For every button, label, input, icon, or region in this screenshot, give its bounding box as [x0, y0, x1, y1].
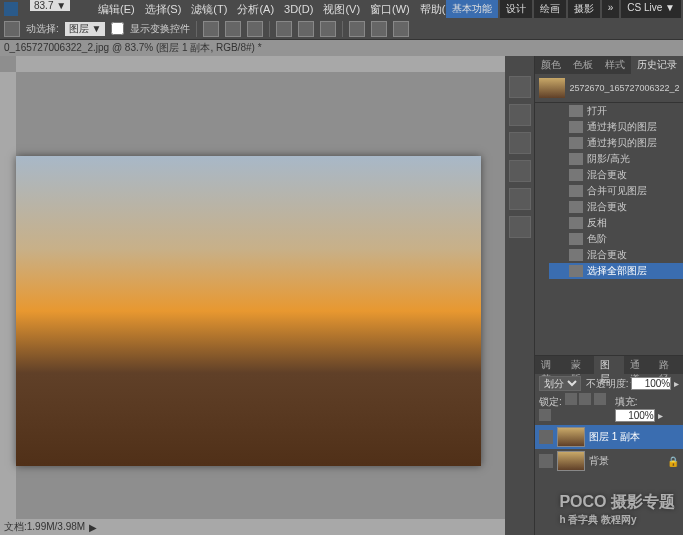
- tab-masks[interactable]: 蒙版: [565, 356, 595, 374]
- auto-select-label: 动选择:: [26, 22, 59, 36]
- align-icon[interactable]: [276, 21, 292, 37]
- menu-select[interactable]: 选择(S): [145, 2, 182, 17]
- state-icon: [569, 169, 583, 181]
- align-icon[interactable]: [298, 21, 314, 37]
- menu-3d[interactable]: 3D(D): [284, 3, 313, 15]
- ruler-horizontal: [16, 56, 505, 72]
- state-icon: [569, 105, 583, 117]
- fill-input[interactable]: [615, 409, 655, 422]
- state-icon: [569, 137, 583, 149]
- panel-icon[interactable]: [509, 188, 531, 210]
- workspace-more[interactable]: »: [602, 0, 620, 18]
- status-bar: 文档:1.99M/3.98M ▶: [0, 519, 505, 535]
- lock-pixels-icon[interactable]: [579, 393, 591, 405]
- layer-name: 图层 1 副本: [589, 430, 640, 444]
- options-bar: 动选择: 图层 ▼ 显示变换控件: [0, 18, 683, 40]
- opacity-label: 不透明度:: [586, 378, 629, 389]
- document-tab[interactable]: 0_165727006322_2.jpg @ 83.7% (图层 1 副本, R…: [4, 41, 262, 55]
- state-icon: [569, 201, 583, 213]
- history-state[interactable]: 混合更改: [535, 199, 683, 215]
- distribute-icon[interactable]: [349, 21, 365, 37]
- document-tab-bar: 0_165727006322_2.jpg @ 83.7% (图层 1 副本, R…: [0, 40, 683, 56]
- panel-icon[interactable]: [509, 132, 531, 154]
- history-state[interactable]: 打开: [535, 103, 683, 119]
- menu-view[interactable]: 视图(V): [323, 2, 360, 17]
- state-icon: [569, 233, 583, 245]
- workspace-design[interactable]: 设计: [500, 0, 532, 18]
- opacity-input[interactable]: [631, 377, 671, 390]
- tab-swatch[interactable]: 色板: [567, 56, 599, 74]
- cs-live[interactable]: CS Live ▼: [621, 0, 681, 18]
- panel-icon[interactable]: [509, 76, 531, 98]
- history-state[interactable]: 混合更改: [535, 167, 683, 183]
- workspace-painting[interactable]: 绘画: [534, 0, 566, 18]
- distribute-icon[interactable]: [393, 21, 409, 37]
- menu-edit[interactable]: 编辑(E): [98, 2, 135, 17]
- tab-color[interactable]: 颜色: [535, 56, 567, 74]
- layer-item[interactable]: 图层 1 副本: [535, 425, 683, 449]
- state-icon: [569, 185, 583, 197]
- lock-transparent-icon[interactable]: [565, 393, 577, 405]
- align-icon[interactable]: [203, 21, 219, 37]
- tab-style[interactable]: 样式: [599, 56, 631, 74]
- tab-paths[interactable]: 路径: [653, 356, 683, 374]
- history-state[interactable]: 阴影/高光: [535, 151, 683, 167]
- layer-thumb[interactable]: [557, 451, 585, 471]
- state-icon: [569, 217, 583, 229]
- history-panel: 2572670_165727006322_2.jpg 打开 通过拷贝的图层 通过…: [535, 74, 683, 355]
- ruler-vertical: [0, 72, 16, 535]
- layer-thumb[interactable]: [557, 427, 585, 447]
- lock-label: 锁定:: [539, 396, 562, 407]
- workspace-essentials[interactable]: 基本功能: [446, 0, 498, 18]
- history-panel-tabs: 颜色 色板 样式 历史记录: [535, 56, 683, 74]
- show-transform-checkbox[interactable]: [111, 22, 124, 35]
- watermark: POCO 摄影专题 h 香字典 教程网y: [559, 492, 675, 527]
- tab-layers[interactable]: 图层: [594, 356, 624, 374]
- state-icon: [569, 249, 583, 261]
- history-state[interactable]: 混合更改: [535, 247, 683, 263]
- history-list: 打开 通过拷贝的图层 通过拷贝的图层 阴影/高光 混合更改 合并可见图层 混合更…: [535, 103, 683, 279]
- state-icon: [569, 265, 583, 277]
- tab-channels[interactable]: 通道: [624, 356, 654, 374]
- state-icon: [569, 121, 583, 133]
- history-state[interactable]: 反相: [535, 215, 683, 231]
- menu-analysis[interactable]: 分析(A): [237, 2, 274, 17]
- distribute-icon[interactable]: [371, 21, 387, 37]
- status-doc-size: 文档:1.99M/3.98M: [4, 520, 85, 534]
- history-state[interactable]: 选择全部图层: [535, 263, 683, 279]
- menu-window[interactable]: 窗口(W): [370, 2, 410, 17]
- align-icon[interactable]: [320, 21, 336, 37]
- panel-icon[interactable]: [509, 104, 531, 126]
- layer-name: 背景: [589, 454, 609, 468]
- align-icon[interactable]: [247, 21, 263, 37]
- history-state[interactable]: 色阶: [535, 231, 683, 247]
- blend-mode-select[interactable]: 划分: [539, 376, 581, 391]
- align-icon[interactable]: [225, 21, 241, 37]
- state-icon: [569, 153, 583, 165]
- canvas-area: 文档:1.99M/3.98M ▶: [0, 56, 505, 535]
- history-state[interactable]: 通过拷贝的图层: [535, 135, 683, 151]
- tab-history[interactable]: 历史记录: [631, 56, 683, 74]
- layer-item[interactable]: 背景 🔒: [535, 449, 683, 473]
- show-transform-label: 显示变换控件: [130, 22, 190, 36]
- history-filename: 2572670_165727006322_2.jpg: [569, 83, 679, 93]
- menu-filter[interactable]: 滤镜(T): [191, 2, 227, 17]
- workspace-photo[interactable]: 摄影: [568, 0, 600, 18]
- tab-adjustments[interactable]: 调整: [535, 356, 565, 374]
- visibility-icon[interactable]: [539, 454, 553, 468]
- app-icon: [4, 2, 18, 16]
- history-snapshot-thumb[interactable]: [539, 78, 565, 98]
- visibility-icon[interactable]: [539, 430, 553, 444]
- canvas-image[interactable]: [16, 156, 481, 466]
- auto-select-dropdown[interactable]: 图层 ▼: [65, 22, 106, 36]
- history-state[interactable]: 合并可见图层: [535, 183, 683, 199]
- menu-bar: 83.7 ▼ 编辑(E) 选择(S) 滤镜(T) 分析(A) 3D(D) 视图(…: [0, 0, 683, 18]
- lock-all-icon[interactable]: [539, 409, 551, 421]
- zoom-field[interactable]: 83.7 ▼: [30, 0, 70, 11]
- panel-icon[interactable]: [509, 160, 531, 182]
- move-tool-icon: [4, 21, 20, 37]
- history-state[interactable]: 通过拷贝的图层: [535, 119, 683, 135]
- mini-toolbar: [505, 56, 535, 535]
- panel-icon[interactable]: [509, 216, 531, 238]
- lock-position-icon[interactable]: [594, 393, 606, 405]
